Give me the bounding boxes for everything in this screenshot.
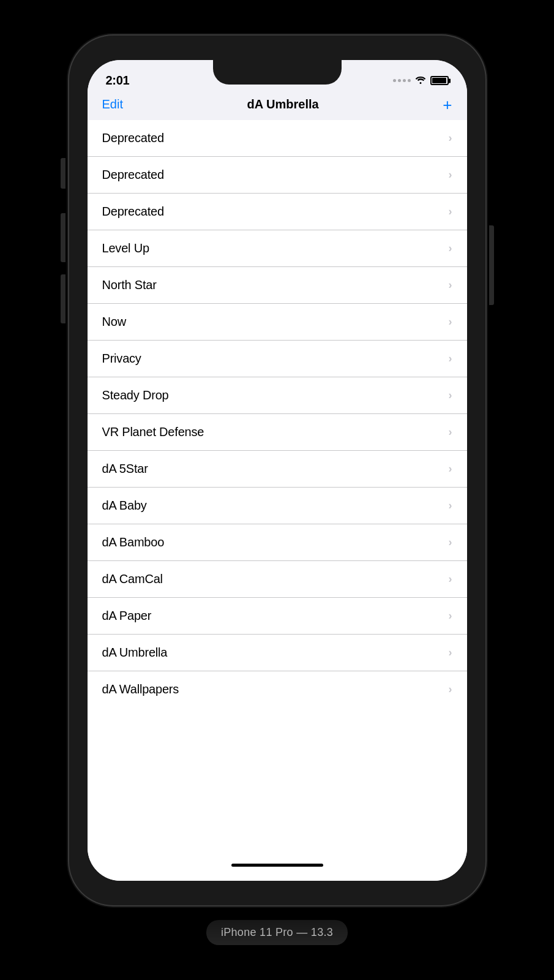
list-item-label: Deprecated bbox=[102, 131, 164, 145]
chevron-icon: › bbox=[449, 279, 452, 292]
chevron-icon: › bbox=[449, 132, 452, 145]
list-item[interactable]: dA Bamboo › bbox=[88, 524, 467, 561]
notch bbox=[213, 60, 342, 85]
list-item[interactable]: VR Planet Defense › bbox=[88, 414, 467, 451]
volume-up-button bbox=[61, 213, 66, 262]
list-item-label: Now bbox=[102, 315, 126, 329]
wifi-icon bbox=[415, 75, 426, 86]
power-button bbox=[489, 225, 494, 305]
chevron-icon: › bbox=[449, 168, 452, 181]
list-item[interactable]: Deprecated › bbox=[88, 157, 467, 194]
list-item-label: VR Planet Defense bbox=[102, 425, 204, 439]
list-item-label: dA Umbrella bbox=[102, 646, 168, 660]
chevron-icon: › bbox=[449, 499, 452, 512]
list-item-label: Privacy bbox=[102, 352, 141, 366]
list-item-label: dA CamCal bbox=[102, 572, 163, 586]
list-item[interactable]: Now › bbox=[88, 304, 467, 341]
list-item[interactable]: dA Paper › bbox=[88, 598, 467, 635]
chevron-icon: › bbox=[449, 352, 452, 365]
list-item[interactable]: dA Baby › bbox=[88, 488, 467, 524]
list-item[interactable]: dA Wallpapers › bbox=[88, 671, 467, 708]
chevron-icon: › bbox=[449, 426, 452, 439]
list-item-label: Deprecated bbox=[102, 205, 164, 219]
chevron-icon: › bbox=[449, 609, 452, 622]
list-item[interactable]: dA Umbrella › bbox=[88, 635, 467, 671]
phone-frame: 2:01 bbox=[69, 36, 485, 905]
list-item-label: Steady Drop bbox=[102, 388, 169, 402]
list-item[interactable]: Deprecated › bbox=[88, 194, 467, 230]
chevron-icon: › bbox=[449, 242, 452, 255]
device-label: iPhone 11 Pro — 13.3 bbox=[206, 920, 348, 945]
chevron-icon: › bbox=[449, 573, 452, 586]
list-item-label: dA 5Star bbox=[102, 462, 148, 476]
list-item-label: North Star bbox=[102, 278, 157, 292]
chevron-icon: › bbox=[449, 462, 452, 475]
chevron-icon: › bbox=[449, 536, 452, 549]
signal-icon bbox=[393, 79, 411, 82]
list-item[interactable]: Steady Drop › bbox=[88, 377, 467, 414]
battery-icon bbox=[430, 76, 449, 85]
list-item-label: Level Up bbox=[102, 241, 149, 255]
chevron-icon: › bbox=[449, 389, 452, 402]
chevron-icon: › bbox=[449, 315, 452, 328]
phone-screen: 2:01 bbox=[88, 60, 467, 881]
list-container[interactable]: Deprecated › Deprecated › Deprecated › L… bbox=[88, 120, 467, 850]
status-icons bbox=[393, 75, 449, 86]
chevron-icon: › bbox=[449, 205, 452, 218]
list-item[interactable]: dA 5Star › bbox=[88, 451, 467, 488]
list-item-label: dA Wallpapers bbox=[102, 682, 179, 696]
nav-title: dA Umbrella bbox=[247, 97, 319, 111]
chevron-icon: › bbox=[449, 683, 452, 696]
home-bar bbox=[231, 864, 323, 867]
status-time: 2:01 bbox=[106, 74, 130, 88]
home-indicator bbox=[88, 850, 467, 881]
chevron-icon: › bbox=[449, 646, 452, 659]
volume-down-button bbox=[61, 274, 66, 323]
list-item[interactable]: North Star › bbox=[88, 267, 467, 304]
list-item[interactable]: Privacy › bbox=[88, 341, 467, 377]
list-item-label: dA Bamboo bbox=[102, 535, 165, 549]
add-button[interactable]: + bbox=[443, 97, 452, 113]
mute-button bbox=[61, 158, 66, 189]
list-item[interactable]: Deprecated › bbox=[88, 120, 467, 157]
list-item-label: dA Paper bbox=[102, 609, 152, 623]
nav-bar: Edit dA Umbrella + bbox=[88, 93, 467, 120]
list-item-label: dA Baby bbox=[102, 499, 147, 513]
edit-button[interactable]: Edit bbox=[102, 97, 123, 111]
list-item[interactable]: dA CamCal › bbox=[88, 561, 467, 598]
list-item[interactable]: Level Up › bbox=[88, 230, 467, 267]
list-item-label: Deprecated bbox=[102, 168, 164, 182]
scene: 2:01 bbox=[0, 0, 554, 980]
